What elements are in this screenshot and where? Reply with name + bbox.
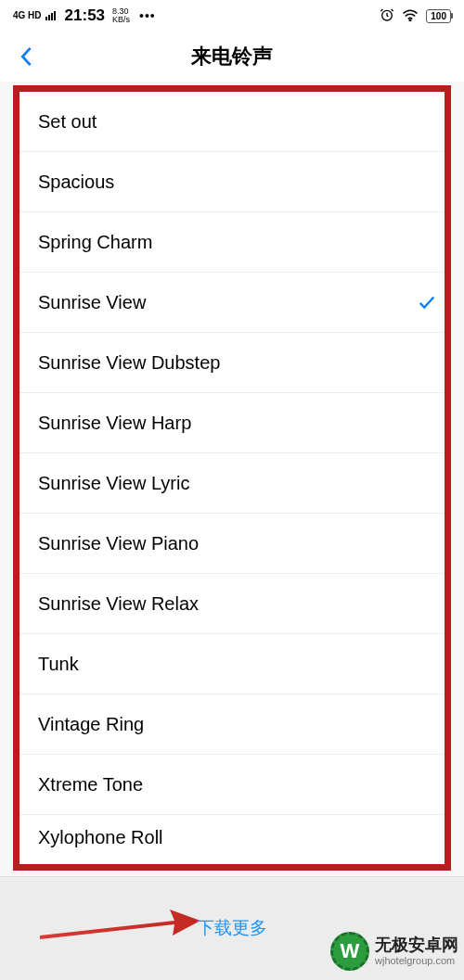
ringtone-item[interactable]: Sunrise View Dubstep: [19, 333, 445, 393]
ringtone-item[interactable]: Sunrise View Harp: [19, 393, 445, 453]
more-icon: •••: [139, 8, 156, 23]
ringtone-label: Sunrise View: [38, 292, 146, 313]
brand-main: 无极安卓网: [375, 935, 458, 956]
status-bar: 4G HD 21:53 8.30KB/s ••• 100: [0, 0, 464, 32]
ringtone-item[interactable]: Sunrise View Relax: [19, 574, 445, 634]
status-speed: 8.30KB/s: [112, 7, 130, 24]
brand-sub: wjhotelgroup.com: [375, 955, 458, 967]
battery-icon: 100: [426, 9, 451, 23]
status-left: 4G HD 21:53 8.30KB/s •••: [13, 6, 156, 25]
ringtone-item[interactable]: Sunrise View Lyric: [19, 453, 445, 514]
ringtone-label: Vintage Ring: [38, 714, 144, 735]
ringtone-item[interactable]: Spacious: [19, 152, 445, 212]
alarm-icon: [380, 7, 394, 25]
ringtone-label: Xylophone Roll: [38, 827, 163, 848]
ringtone-label: Sunrise View Piano: [38, 533, 199, 554]
ringtone-label: Sunrise View Harp: [38, 413, 191, 434]
annotation-arrow-icon: [35, 904, 202, 945]
status-time: 21:53: [65, 6, 105, 25]
brand-logo-icon: W: [330, 932, 369, 971]
ringtone-label: Spring Charm: [38, 232, 152, 253]
footer-bar: 下载更多 W 无极安卓网 wjhotelgroup.com: [0, 876, 464, 980]
wifi-icon: [402, 8, 419, 24]
ringtone-list-highlight: Set outSpaciousSpring CharmSunrise ViewS…: [13, 85, 451, 871]
ringtone-label: Sunrise View Relax: [38, 593, 199, 615]
svg-point-1: [410, 19, 412, 21]
ringtone-label: Set out: [38, 111, 97, 133]
ringtone-item[interactable]: Sunrise View: [19, 273, 445, 333]
ringtone-item[interactable]: Tunk: [19, 634, 445, 694]
ringtone-item[interactable]: Xylophone Roll: [19, 815, 445, 859]
ringtone-label: Tunk: [38, 654, 79, 675]
ringtone-label: Sunrise View Dubstep: [38, 352, 220, 374]
ringtone-label: Spacious: [38, 172, 114, 193]
ringtone-item[interactable]: Xtreme Tone: [19, 755, 445, 815]
ringtone-item[interactable]: Sunrise View Piano: [19, 514, 445, 574]
check-icon: [417, 292, 437, 312]
status-right: 100: [380, 7, 451, 25]
nav-header: 来电铃声: [0, 32, 464, 82]
brand-badge: W 无极安卓网 wjhotelgroup.com: [330, 932, 458, 971]
ringtone-list: Set outSpaciousSpring CharmSunrise ViewS…: [19, 92, 445, 859]
signal-bars-icon: [45, 11, 56, 20]
chevron-left-icon: [19, 46, 32, 67]
network-label: 4G HD: [13, 11, 42, 20]
download-more-link[interactable]: 下载更多: [197, 916, 267, 940]
brand-text: 无极安卓网 wjhotelgroup.com: [375, 935, 458, 968]
ringtone-item[interactable]: Vintage Ring: [19, 694, 445, 755]
page-title: 来电铃声: [0, 43, 464, 70]
ringtone-label: Xtreme Tone: [38, 774, 143, 795]
back-button[interactable]: [6, 36, 46, 77]
ringtone-item[interactable]: Spring Charm: [19, 212, 445, 273]
ringtone-label: Sunrise View Lyric: [38, 473, 189, 494]
ringtone-item[interactable]: Set out: [19, 92, 445, 152]
